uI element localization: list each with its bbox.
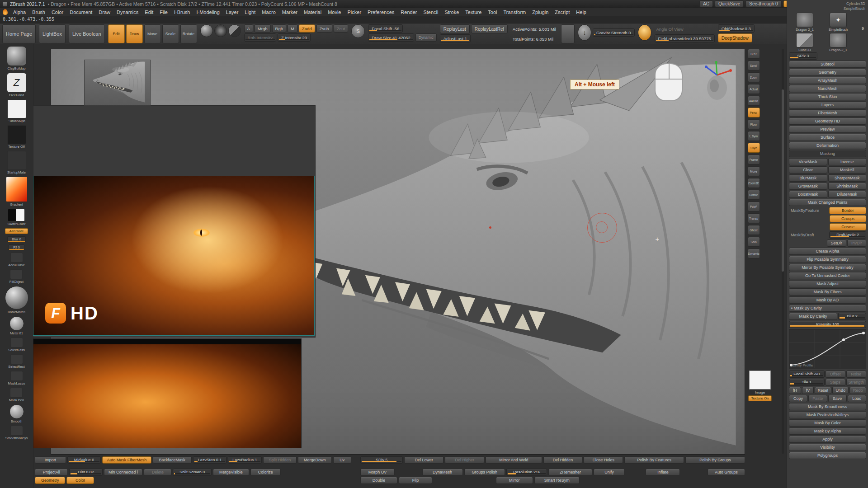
menu-item[interactable]: File [156,9,171,15]
visibility-section[interactable]: Visibility [789,444,866,451]
import-button[interactable]: Import [35,456,66,464]
panel-cell[interactable]: Mask By Alpha [789,427,866,435]
bottom-cell[interactable]: Del Hidden [543,456,583,464]
menu-item[interactable]: Texture [462,9,485,15]
subtool-section[interactable]: Subtool [789,61,866,68]
panel-cell[interactable]: BlurMask [789,174,827,182]
shelf-item[interactable]: Mask Pen [9,388,24,402]
texture-on-button[interactable]: Texture On [748,395,771,401]
geometry-section[interactable]: Geometry [789,69,866,76]
shelf-item[interactable]: SwitchColor [7,209,25,226]
bottom-cell[interactable]: Close Holes [584,456,623,464]
menu-item[interactable]: Zscript [552,9,573,15]
zcut-button[interactable]: Zcut [334,24,348,33]
shelf-item[interactable]: AccuCurve [8,253,25,267]
panel-cell[interactable]: Noise [846,371,866,378]
shelf-item[interactable]: Blur 0 [7,236,26,242]
rotate-mode-button[interactable]: Rotate [180,24,197,43]
edit-mode-button[interactable]: Edit [108,24,125,43]
geometry-hd-section[interactable]: Geometry HD [789,117,866,125]
panel-cell[interactable]: Undo [832,387,849,394]
menu-item[interactable]: I-Modeling [193,9,222,15]
panel-cell[interactable]: Mirror By Posable Symmetry [789,264,866,271]
a-toggle[interactable]: A [244,24,253,33]
preview-section[interactable]: Preview [789,126,866,133]
bottom-cell[interactable]: Colorize [250,469,281,476]
shelf-item[interactable]: Gradient [6,177,28,206]
shelf-item[interactable]: Smooth [9,404,24,423]
panel-cell[interactable]: Tile 1 [789,379,825,386]
right-shelf-button[interactable]: Dynamic [748,249,760,258]
crease-button[interactable]: Crease [830,223,866,230]
mrgb-button[interactable]: Mrgb [255,24,271,33]
right-shelf-button[interactable]: Persp [748,108,760,117]
zsub-button[interactable]: Zsub [316,24,332,33]
panel-cell[interactable]: DiluteMask [828,191,867,198]
panel-cell[interactable]: SharpenMask [828,174,867,182]
shelf-item[interactable]: StartupMate [7,151,26,174]
shelf-item[interactable]: SelectRect [8,354,24,369]
rgb-button[interactable]: Rgb [272,24,286,33]
right-shelf-button[interactable]: Rotate [748,190,760,200]
home-page-button[interactable]: Home Page [2,24,36,43]
panel-cell[interactable]: Steps [826,379,845,386]
bottom-cell[interactable]: Uv [333,456,351,464]
mask-by-cavity-section[interactable]: Mask By Cavity [789,305,866,312]
menu-item[interactable]: Alpha [10,9,29,15]
color-paint-button[interactable]: Color [66,477,94,484]
bottom-cell[interactable]: Groups Polish [464,469,505,476]
camera-orientation-gizmo[interactable] [700,60,733,105]
panel-cell[interactable]: Save [828,395,847,402]
bottom-cell[interactable]: ProjectAll [35,469,68,476]
bottom-cell[interactable]: Min Connected l [104,469,143,476]
cavity-intensity-slider[interactable]: Intensity 100 [789,321,866,328]
bottom-cell[interactable]: Mirror And Weld [486,456,542,464]
replay-last-button[interactable]: ReplayLast [440,24,470,33]
z-intensity-slider[interactable]: Z Intensity 20 [278,33,311,42]
bottom-cell[interactable]: Del Higher [445,456,484,464]
polygroups-section[interactable]: Polygroups [789,452,866,459]
stroke-icon[interactable] [214,24,227,37]
obj-shadow-slider[interactable]: ObjShadow 0.3 [718,24,755,33]
menu-item[interactable]: Stencil [420,9,441,15]
right-shelf-button[interactable]: AAHalf [748,96,760,106]
surface-section[interactable]: Surface [789,134,866,141]
panel-cell[interactable]: SetDir [827,239,846,247]
panel-cell[interactable]: GrowMask [789,183,827,190]
shelf-item[interactable]: ~BrushAlph [7,99,26,123]
replay-last-rel-button[interactable]: ReplayLastRel [471,24,508,33]
zremesher-button[interactable]: ZRemesher [548,469,592,476]
deformation-section[interactable]: Deformation [789,142,866,149]
panel-cell[interactable]: ShrinkMask [828,183,867,190]
panel-cell[interactable]: Mask Adjust [789,280,866,287]
panel-cell[interactable]: Mask By Fibers [789,288,866,296]
menu-item[interactable]: Picker [344,9,364,15]
panel-cell[interactable]: Blur 2 [838,313,866,320]
auto-mask-fibermesh-button[interactable]: Auto Mask FiberMesh [102,456,151,464]
mask-by-cavity-button[interactable]: Mask By Cavity [789,313,837,320]
bottom-cell[interactable]: Polish By Groups [685,456,745,464]
panel-cell[interactable]: Mask By Color [789,419,866,427]
panel-cell[interactable]: Mask PeaksAndValleys [789,411,866,418]
draw-size-slider[interactable]: Draw Size 41.42062 [368,33,414,42]
panel-cell[interactable]: ViewMask [789,158,827,165]
bottom-cell[interactable]: MergeVisible [213,469,249,476]
bottom-cell[interactable]: Split Screen 0 [173,469,212,476]
shelf-item[interactable]: FreeHand [7,73,27,97]
bottom-cell[interactable]: BackfaceMask [153,456,192,464]
right-shelf-button[interactable]: Transp [748,213,760,223]
material-preview-icon[interactable] [200,24,213,37]
right-shelf-button[interactable]: Zoom3D [748,178,760,188]
panel-cell[interactable]: Paste [808,395,827,402]
panel-cell[interactable]: Focal Shift -90 [789,371,825,378]
bottom-cell[interactable]: MidValue 0 [67,456,101,464]
reference-image-upper[interactable]: F HD [33,176,315,336]
panel-cell[interactable]: BoostMask [789,191,827,198]
tool-thumb[interactable]: SimpleBrush [823,13,853,32]
titlebar-button[interactable]: QuickSave [715,0,744,7]
menu-item[interactable]: Help [573,9,590,15]
right-shelf-button[interactable]: Zoom [748,72,760,82]
panel-cell[interactable]: Create Alpha [789,248,866,255]
menu-item[interactable]: Render [397,9,420,15]
bottom-cell[interactable]: Polish By Features [624,456,684,464]
